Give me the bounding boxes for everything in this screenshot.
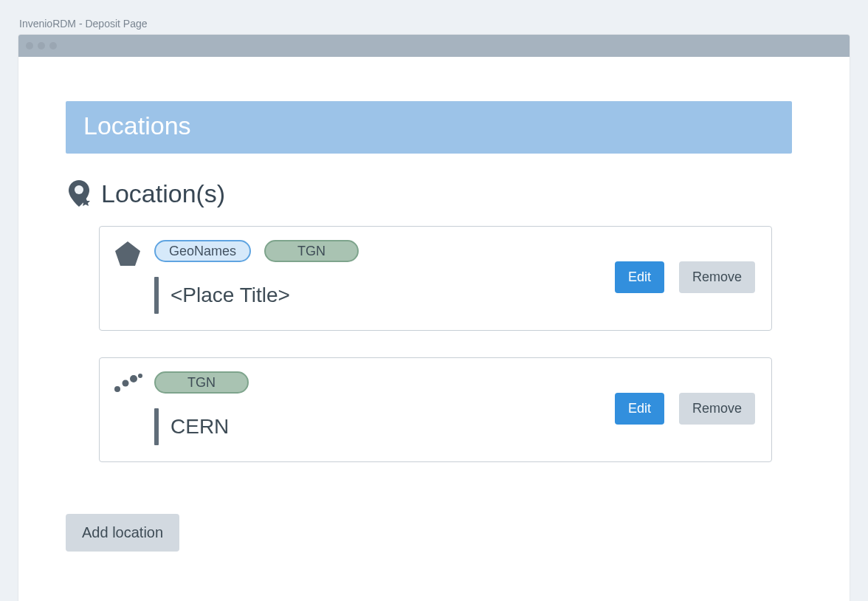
card-actions: Edit Remove (615, 393, 755, 425)
svg-point-3 (114, 386, 120, 392)
location-card: TGN CERN Edit Remove (99, 357, 772, 462)
card-actions: Edit Remove (615, 261, 755, 293)
identifier-tag-geonames[interactable]: GeoNames (154, 240, 251, 262)
tag-row: GeoNames TGN (154, 240, 615, 262)
window-titlebar (18, 35, 850, 57)
window-body: Locations Location(s) (18, 57, 850, 601)
edit-button[interactable]: Edit (615, 261, 664, 293)
svg-point-0 (75, 185, 83, 194)
card-main: GeoNames TGN <Place Title> (154, 240, 615, 314)
traffic-light-dot[interactable] (38, 42, 45, 49)
svg-point-6 (138, 374, 142, 378)
traffic-light-dot[interactable] (26, 42, 33, 49)
card-left: TGN CERN (113, 371, 615, 445)
location-title: <Place Title> (170, 284, 290, 307)
location-shape-icon (113, 240, 142, 314)
add-location-button[interactable]: Add location (66, 514, 179, 552)
desktop-background: InvenioRDM - Deposit Page Locations Loca… (0, 0, 868, 601)
title-accent-bar (154, 277, 159, 314)
edit-button[interactable]: Edit (615, 393, 664, 425)
location-title: CERN (170, 415, 229, 439)
svg-point-5 (130, 375, 137, 382)
window-caption: InvenioRDM - Deposit Page (18, 18, 850, 30)
identifier-tag-tgn[interactable]: TGN (264, 240, 359, 262)
section-title: Location(s) (101, 179, 225, 208)
app-window: Locations Location(s) (18, 34, 850, 601)
remove-button[interactable]: Remove (679, 261, 755, 293)
tag-row: TGN (154, 371, 615, 394)
location-shape-icon (113, 371, 142, 445)
title-row: CERN (154, 408, 615, 445)
svg-point-4 (123, 380, 129, 387)
traffic-light-dot[interactable] (49, 42, 57, 49)
identifier-tag-tgn[interactable]: TGN (154, 371, 249, 394)
pin-star-icon (66, 179, 92, 208)
section-heading-row: Location(s) (66, 179, 802, 208)
svg-marker-2 (115, 241, 140, 266)
card-left: GeoNames TGN <Place Title> (113, 240, 615, 314)
card-main: TGN CERN (154, 371, 615, 445)
panel-header: Locations (66, 101, 792, 154)
remove-button[interactable]: Remove (679, 393, 755, 425)
title-row: <Place Title> (154, 277, 615, 314)
location-card: GeoNames TGN <Place Title> Edit Remove (99, 226, 772, 331)
title-accent-bar (154, 408, 159, 445)
